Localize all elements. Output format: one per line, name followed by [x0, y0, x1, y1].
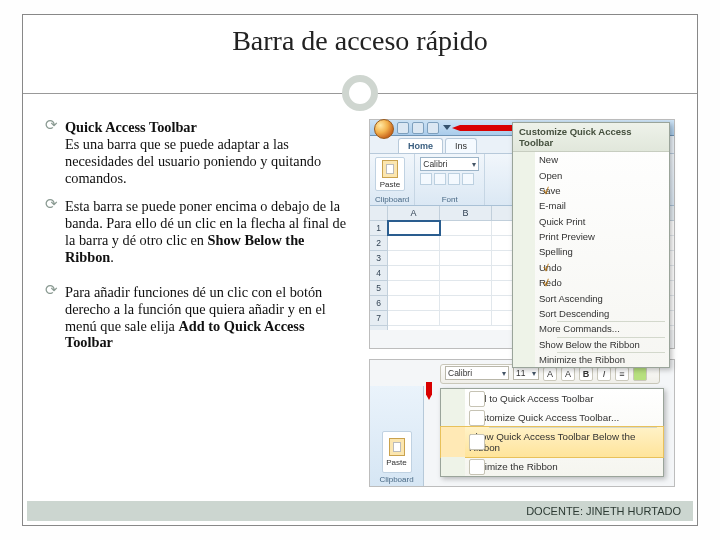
cell[interactable]: [440, 296, 492, 310]
context-menu-item[interactable]: Minimize the Ribbon: [441, 457, 663, 476]
menu-item-label: Sort Descending: [539, 308, 609, 319]
cell[interactable]: [440, 236, 492, 250]
row-header[interactable]: 3: [370, 251, 387, 266]
row-header[interactable]: 5: [370, 281, 387, 296]
menu-item-label: Minimize the Ribbon: [539, 354, 625, 365]
menu-item[interactable]: More Commands...: [513, 321, 669, 336]
tab-home[interactable]: Home: [398, 138, 443, 153]
cell[interactable]: [440, 311, 492, 325]
qat-undo-icon[interactable]: [412, 122, 424, 134]
row-header[interactable]: 1: [370, 221, 387, 236]
row-header[interactable]: 6: [370, 296, 387, 311]
menu-item[interactable]: Quick Print: [513, 214, 669, 229]
row-header[interactable]: [370, 206, 387, 221]
font-name-combo[interactable]: Calibri: [420, 157, 479, 171]
menu-item[interactable]: Open: [513, 167, 669, 182]
cell[interactable]: [388, 281, 440, 295]
paste-label: Paste: [386, 458, 406, 467]
bullet-1: Quick Access Toolbar Es una barra que se…: [45, 119, 355, 186]
menu-item[interactable]: Minimize the Ribbon: [513, 352, 669, 367]
title-divider: [23, 75, 697, 115]
menu-item-icon: [469, 410, 485, 426]
row-header[interactable]: 4: [370, 266, 387, 281]
qat-redo-icon[interactable]: [427, 122, 439, 134]
row-headers: 1 2 3 4 5 6 7: [370, 206, 388, 330]
slide-frame: Barra de acceso rápido Quick Access Tool…: [22, 14, 698, 526]
border-button[interactable]: [462, 173, 474, 185]
menu-item-icon: [469, 459, 485, 475]
bullet-1-body: Es una barra que se puede adaptar a las …: [65, 136, 321, 186]
row-header[interactable]: 7: [370, 311, 387, 326]
col-header[interactable]: A: [388, 206, 440, 220]
clipboard-group-label: Clipboard: [375, 195, 409, 204]
cell-a1[interactable]: [388, 221, 440, 235]
menu-header: Customize Quick Access Toolbar: [513, 123, 669, 152]
customize-qat-menu: Customize Quick Access Toolbar NewOpen√S…: [512, 122, 670, 368]
mini-shrink-font-icon[interactable]: A: [561, 367, 575, 381]
context-menu: Add to Quick Access ToolbarCustomize Qui…: [440, 388, 664, 477]
row-header[interactable]: 2: [370, 236, 387, 251]
context-menu-item[interactable]: Show Quick Access Toolbar Below the Ribb…: [441, 427, 663, 457]
qat-customize-arrow-icon[interactable]: [442, 123, 452, 133]
footer-text: DOCENTE: JINETH HURTADO: [526, 505, 681, 517]
cell[interactable]: [388, 296, 440, 310]
menu-item[interactable]: New: [513, 152, 669, 167]
cell[interactable]: [388, 266, 440, 280]
cell[interactable]: [440, 221, 492, 235]
bullet-2-tail: .: [110, 249, 114, 265]
cell[interactable]: [440, 266, 492, 280]
mini-highlight-button[interactable]: [633, 367, 647, 381]
menu-item[interactable]: √Redo: [513, 275, 669, 290]
mini-bold-button[interactable]: B: [579, 367, 593, 381]
menu-item-label: Show Below the Ribbon: [539, 339, 640, 350]
ring-ornament: [342, 75, 378, 111]
check-icon: √: [539, 185, 553, 196]
cell[interactable]: [440, 251, 492, 265]
mini-align-button[interactable]: ≡: [615, 367, 629, 381]
menu-item-icon: [469, 391, 485, 407]
screenshot-context-menu: Calibri 11 A A B I ≡ Paste Clipboard: [369, 359, 675, 487]
context-menu-label: Customize Quick Access Toolbar...: [469, 412, 619, 423]
screenshot-column: Home Ins Paste Clipboard Calibri: [369, 119, 675, 487]
clipboard-group-label: Clipboard: [379, 475, 413, 484]
context-menu-label: Add to Quick Access Toolbar: [469, 393, 594, 404]
menu-item[interactable]: E-mail: [513, 198, 669, 213]
paste-icon: [382, 160, 398, 178]
context-menu-item[interactable]: Add to Quick Access Toolbar: [441, 389, 663, 408]
paste-button[interactable]: Paste: [375, 157, 405, 191]
qat-save-icon[interactable]: [397, 122, 409, 134]
office-button-icon[interactable]: [374, 119, 394, 139]
mini-italic-button[interactable]: I: [597, 367, 611, 381]
cell[interactable]: [388, 236, 440, 250]
menu-item[interactable]: √Undo: [513, 260, 669, 275]
check-icon: √: [539, 262, 553, 273]
menu-item-label: Quick Print: [539, 216, 585, 227]
col-header[interactable]: B: [440, 206, 492, 220]
slide-title: Barra de acceso rápido: [23, 15, 697, 57]
menu-item[interactable]: Sort Descending: [513, 306, 669, 321]
menu-item-label: New: [539, 154, 558, 165]
paste-button[interactable]: Paste: [382, 431, 412, 473]
screenshot-customize-qat: Home Ins Paste Clipboard Calibri: [369, 119, 675, 349]
mini-grow-font-icon[interactable]: A: [543, 367, 557, 381]
menu-item[interactable]: √Save: [513, 183, 669, 198]
font-group-label: Font: [420, 195, 479, 204]
tab-insert[interactable]: Ins: [445, 138, 477, 153]
context-menu-item[interactable]: Customize Quick Access Toolbar...: [441, 408, 663, 427]
menu-item-label: Open: [539, 170, 562, 181]
italic-button[interactable]: [434, 173, 446, 185]
cell[interactable]: [388, 251, 440, 265]
bold-button[interactable]: [420, 173, 432, 185]
paste-label: Paste: [380, 180, 400, 189]
menu-item[interactable]: Show Below the Ribbon: [513, 337, 669, 352]
menu-item-label: E-mail: [539, 200, 566, 211]
cell[interactable]: [440, 281, 492, 295]
cell[interactable]: [388, 311, 440, 325]
text-column: Quick Access Toolbar Es una barra que se…: [45, 119, 355, 487]
menu-item[interactable]: Print Preview: [513, 229, 669, 244]
mini-font-combo[interactable]: Calibri: [445, 366, 509, 380]
menu-item[interactable]: Spelling: [513, 244, 669, 259]
group-font: Calibri Font: [415, 154, 485, 205]
underline-button[interactable]: [448, 173, 460, 185]
menu-item[interactable]: Sort Ascending: [513, 290, 669, 305]
